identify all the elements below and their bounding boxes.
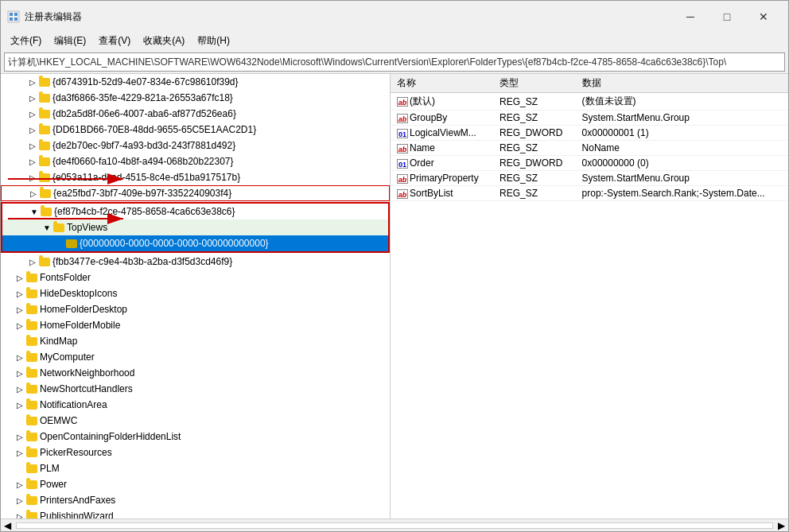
scroll-left-btn[interactable]: ◀: [1, 520, 14, 531]
bottom-scrollbar[interactable]: ◀ ▶: [1, 518, 788, 531]
expand-icon-guid9[interactable]: ▼: [28, 205, 41, 218]
registry-cell-data: 0x00000001 (1): [576, 126, 788, 141]
expand-icon-guid4[interactable]: ▷: [26, 123, 39, 136]
tree-item-guid2[interactable]: ▷ {da3f6866-35fe-4229-821a-26553a67fc18}: [1, 90, 390, 106]
expand-icon-plm[interactable]: [14, 462, 26, 475]
close-button[interactable]: ✕: [745, 6, 782, 28]
tree-item-power[interactable]: ▷ Power: [1, 476, 390, 492]
tree-item-guid8[interactable]: ▷ {ea25fbd7-3bf7-409e-b97f-3352240903f4}: [1, 185, 390, 201]
tree-item-guid5[interactable]: ▷ {de2b70ec-9bf7-4a93-bd3d-243f7881d492}: [1, 138, 390, 153]
maximize-button[interactable]: □: [709, 6, 745, 28]
tree-item-hideDesktopIcons[interactable]: ▷ HideDesktopIcons: [1, 285, 390, 301]
expand-icon-guid8[interactable]: ▷: [27, 187, 40, 200]
menu-help[interactable]: 帮助(H): [191, 33, 236, 49]
registry-row[interactable]: abNameREG_SZNoName: [391, 141, 788, 156]
expand-icon-hideDesktopIcons[interactable]: ▷: [14, 287, 26, 300]
tree-item-networkNeighborhood[interactable]: ▷ NetworkNeighborhood: [1, 365, 390, 381]
tree-item-plm[interactable]: PLM: [1, 460, 390, 476]
menu-edit[interactable]: 编辑(E): [48, 33, 92, 49]
registry-row[interactable]: abGroupByREG_SZSystem.StartMenu.Group: [391, 111, 788, 126]
tree-wrapper: ▷ {d674391b-52d9-4e07-834e-67c98610f39d}…: [1, 74, 390, 518]
tree-label-plm: PLM: [40, 463, 60, 474]
tree-item-guid3[interactable]: ▷ {db2a5d8f-06e6-4007-aba6-af877d526ea6}: [1, 106, 390, 122]
registry-type-icon: ab: [397, 174, 408, 184]
expand-icon-guid2[interactable]: ▷: [26, 91, 39, 104]
expand-icon-pickerResources[interactable]: ▷: [14, 446, 26, 459]
tree-item-guid10[interactable]: ▷ {fbb3477e-c9e4-4b3b-a2ba-d3f5d3cd46f9}: [1, 254, 390, 270]
registry-cell-type: REG_SZ: [493, 171, 576, 186]
tree-item-pickerResources[interactable]: ▷ PickerResources: [1, 445, 390, 460]
folder-icon-topviews: [53, 223, 64, 232]
col-type[interactable]: 类型: [493, 74, 576, 93]
folder-icon-myComputer: [26, 353, 37, 362]
menu-file[interactable]: 文件(F): [4, 33, 48, 49]
expand-icon-guid6[interactable]: ▷: [26, 155, 39, 168]
tree-item-oemwc[interactable]: OEMWC: [1, 413, 390, 429]
folder-icon-guid7: [39, 173, 50, 182]
expand-icon-zero[interactable]: [53, 237, 66, 250]
folder-icon-guid10: [39, 258, 50, 266]
expand-icon-publishingWizard[interactable]: ▷: [14, 510, 26, 518]
folder-icon-zero: [66, 239, 77, 248]
highlighted-section: ▼ {ef87b4cb-f2ce-4785-8658-4ca6c63e38c6}…: [1, 202, 390, 253]
expand-icon-notificationArea[interactable]: ▷: [14, 398, 26, 411]
tree-label-guid8: {ea25fbd7-3bf7-409e-b97f-3352240903f4}: [53, 188, 231, 199]
col-name[interactable]: 名称: [391, 74, 493, 93]
registry-cell-type: REG_SZ: [493, 141, 576, 156]
minimize-button[interactable]: ─: [672, 6, 709, 28]
expand-icon-newShortcutHandlers[interactable]: ▷: [14, 382, 26, 395]
expand-icon-topviews[interactable]: ▼: [41, 221, 53, 234]
registry-row[interactable]: 01LogicalViewM...REG_DWORD0x00000001 (1): [391, 126, 788, 141]
tree-item-myComputer[interactable]: ▷ MyComputer: [1, 349, 390, 365]
tree-item-homeFolderMobile[interactable]: ▷ HomeFolderMobile: [1, 317, 390, 333]
tree-label-fontsFolder: FontsFolder: [40, 272, 91, 283]
tree-item-openContaining[interactable]: ▷ OpenContainingFolderHiddenList: [1, 429, 390, 445]
menu-view[interactable]: 查看(V): [92, 33, 137, 49]
registry-row[interactable]: abSortByListREG_SZprop:-System.Search.Ra…: [391, 186, 788, 201]
expand-icon-printersAndFaxes[interactable]: ▷: [14, 494, 26, 507]
expand-icon-guid10[interactable]: ▷: [26, 255, 39, 268]
expand-icon-guid5[interactable]: ▷: [26, 139, 39, 152]
tree-label-hideDesktopIcons: HideDesktopIcons: [40, 288, 117, 299]
tree-label-guid10: {fbb3477e-c9e4-4b3b-a2ba-d3f5d3cd46f9}: [52, 256, 232, 267]
expand-icon-oemwc[interactable]: [14, 414, 26, 427]
tree-item-newShortcutHandlers[interactable]: ▷ NewShortcutHandlers: [1, 381, 390, 397]
registry-row[interactable]: abPrimaryPropertyREG_SZSystem.StartMenu.…: [391, 171, 788, 186]
expand-icon-openContaining[interactable]: ▷: [14, 430, 26, 443]
expand-icon-kindMap[interactable]: [14, 335, 26, 348]
expand-icon-myComputer[interactable]: ▷: [14, 351, 26, 363]
expand-icon-guid1[interactable]: ▷: [26, 76, 39, 88]
tree-item-kindMap[interactable]: KindMap: [1, 333, 390, 349]
menu-favorites[interactable]: 收藏夹(A): [137, 33, 191, 49]
expand-icon-homeFolderDesktop[interactable]: ▷: [14, 303, 26, 316]
tree-item-printersAndFaxes[interactable]: ▷ PrintersAndFaxes: [1, 492, 390, 508]
expand-icon-networkNeighborhood[interactable]: ▷: [14, 367, 26, 379]
tree-item-zero-guid[interactable]: {00000000-0000-0000-0000-000000000000}: [2, 235, 388, 251]
scroll-right-btn[interactable]: ▶: [775, 520, 788, 531]
tree-item-guid9[interactable]: ▼ {ef87b4cb-f2ce-4785-8658-4ca6c63e38c6}: [2, 204, 388, 219]
col-data[interactable]: 数据: [576, 74, 788, 93]
tree-item-guid4[interactable]: ▷ {DD61BD66-70E8-48dd-9655-65C5E1AAC2D1}: [1, 122, 390, 138]
folder-icon-publishingWizard: [26, 512, 37, 519]
expand-icon-power[interactable]: ▷: [14, 478, 26, 491]
expand-icon-fontsFolder[interactable]: ▷: [14, 271, 26, 284]
tree-panel[interactable]: ▷ {d674391b-52d9-4e07-834e-67c98610f39d}…: [1, 74, 391, 518]
tree-item-guid7[interactable]: ▷ {e053a11a-dced-4515-8c4e-d51ba917517b}: [1, 169, 390, 185]
address-bar[interactable]: 计算机\HKEY_LOCAL_MACHINE\SOFTWARE\WOW6432N…: [4, 52, 785, 72]
tree-item-notificationArea[interactable]: ▷ NotificationArea: [1, 397, 390, 413]
tree-item-fontsFolder[interactable]: ▷ FontsFolder: [1, 270, 390, 285]
registry-row[interactable]: ab(默认)REG_SZ(数值未设置): [391, 93, 788, 111]
tree-item-publishingWizard[interactable]: ▷ PublishingWizard: [1, 508, 390, 518]
expand-icon-guid7[interactable]: ▷: [26, 171, 39, 184]
tree-item-topviews[interactable]: ▼ TopViews: [2, 219, 388, 235]
folder-icon-notificationArea: [26, 401, 37, 410]
expand-icon-homeFolderMobile[interactable]: ▷: [14, 319, 26, 332]
tree-item-guid6[interactable]: ▷ {de4f0660-fa10-4b8f-a494-068b20b22307}: [1, 153, 390, 169]
window-title: 注册表编辑器: [25, 10, 82, 24]
tree-item-guid1[interactable]: ▷ {d674391b-52d9-4e07-834e-67c98610f39d}: [1, 74, 390, 90]
expand-icon-guid3[interactable]: ▷: [26, 107, 39, 120]
registry-row[interactable]: 01OrderREG_DWORD0x00000000 (0): [391, 156, 788, 171]
right-panel[interactable]: 名称 类型 数据 ab(默认)REG_SZ(数值未设置)abGroupByREG…: [391, 74, 788, 518]
tree-item-homeFolderDesktop[interactable]: ▷ HomeFolderDesktop: [1, 301, 390, 317]
title-bar: 注册表编辑器 ─ □ ✕: [1, 1, 788, 31]
